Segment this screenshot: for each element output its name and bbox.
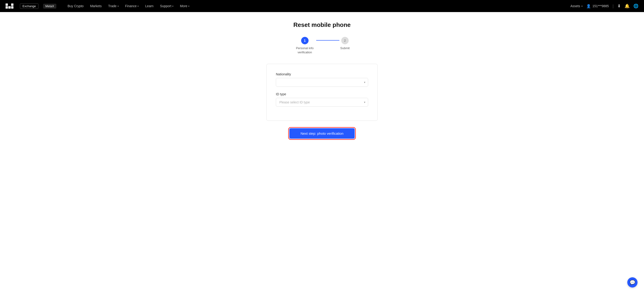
nav-support[interactable]: Support ▾ <box>157 3 176 9</box>
chat-button[interactable]: 💬 <box>627 277 638 288</box>
logo-sq-2 <box>8 4 11 6</box>
logo-sq-6 <box>11 6 14 8</box>
logo-sq-5 <box>8 6 11 8</box>
nav-finance[interactable]: Finance ▾ <box>122 3 142 9</box>
id-type-select[interactable]: Please select ID type Passport National … <box>276 98 368 107</box>
download-icon[interactable]: ⬇ <box>617 4 621 8</box>
nationality-select[interactable]: China United States United Kingdom <box>276 78 368 87</box>
nav-divider: | <box>612 4 614 8</box>
logo-sq-4 <box>6 6 8 8</box>
nav-tab-exchange[interactable]: Exchange <box>20 4 38 9</box>
step-1-circle: 1 <box>301 37 308 44</box>
logo[interactable] <box>6 4 14 8</box>
nav-more[interactable]: More ▾ <box>177 3 192 9</box>
nav-links: Buy Crypto Markets Trade ▾ Finance ▾ Lea… <box>65 3 192 9</box>
nationality-select-wrapper: China United States United Kingdom ▾ <box>276 78 368 87</box>
logo-sq-3 <box>11 4 14 6</box>
step-1-label: Personal info verification <box>294 46 315 54</box>
id-type-label: ID type <box>276 92 368 96</box>
assets-button[interactable]: Assets ▾ <box>570 4 582 8</box>
nav-learn[interactable]: Learn <box>142 3 156 9</box>
page-title: Reset mobile phone <box>293 21 350 28</box>
nav-buy-crypto[interactable]: Buy Crypto <box>65 3 86 9</box>
step-1: 1 Personal info verification <box>294 37 315 54</box>
navbar: Exchange MetaX Buy Crypto Markets Trade … <box>0 0 644 12</box>
notification-icon[interactable]: 🔔 <box>624 4 630 8</box>
user-icon: 👤 <box>586 4 591 8</box>
user-account[interactable]: 👤 151***9885 <box>586 4 609 8</box>
step-connector <box>316 37 340 40</box>
nav-trade[interactable]: Trade ▾ <box>105 3 121 9</box>
step-2: 2 Submit <box>340 37 350 50</box>
form-card: Nationality China United States United K… <box>266 64 378 121</box>
main-content: Reset mobile phone 1 Personal info verif… <box>0 12 644 152</box>
nav-markets[interactable]: Markets <box>88 3 104 9</box>
next-step-button[interactable]: Next step: photo verification <box>289 128 354 139</box>
step-2-circle: 2 <box>341 37 349 44</box>
assets-chevron-icon: ▾ <box>582 5 582 8</box>
nav-right: Assets ▾ 👤 151***9885 | ⬇ 🔔 🌐 <box>570 4 638 8</box>
stepper: 1 Personal info verification 2 Submit <box>294 37 350 54</box>
step-2-label: Submit <box>340 46 350 50</box>
language-icon[interactable]: 🌐 <box>633 4 638 8</box>
id-type-group: ID type Please select ID type Passport N… <box>276 92 368 107</box>
support-chevron-icon: ▾ <box>172 5 174 8</box>
step-line <box>316 40 340 40</box>
nationality-group: Nationality China United States United K… <box>276 72 368 87</box>
nav-tab-metax[interactable]: MetaX <box>43 4 56 8</box>
finance-chevron-icon: ▾ <box>138 5 139 8</box>
id-type-select-wrapper: Please select ID type Passport National … <box>276 98 368 107</box>
more-chevron-icon: ▾ <box>188 5 190 8</box>
chat-icon: 💬 <box>630 280 636 285</box>
logo-sq-1 <box>6 4 8 6</box>
trade-chevron-icon: ▾ <box>118 5 119 8</box>
logo-squares <box>6 4 14 8</box>
nationality-label: Nationality <box>276 72 368 76</box>
